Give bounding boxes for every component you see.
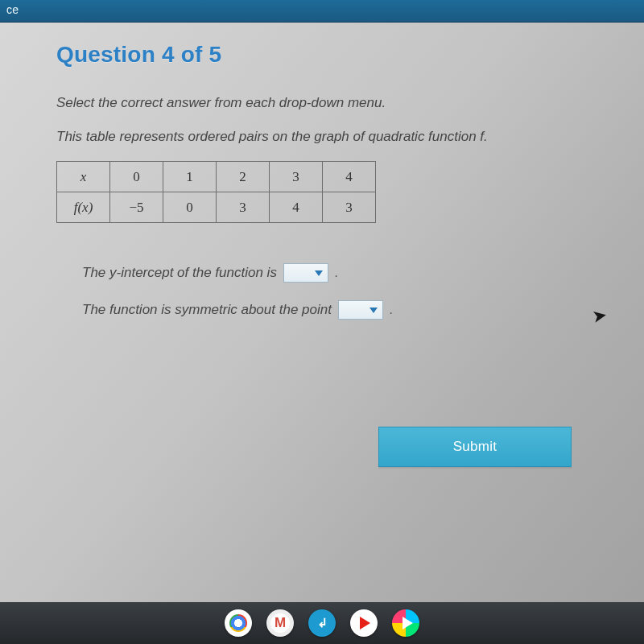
table-cell: 0 bbox=[110, 162, 163, 192]
prompt-text: This table represents ordered pairs on t… bbox=[56, 129, 602, 145]
table-cell: 4 bbox=[323, 162, 376, 192]
table-cell: 3 bbox=[323, 192, 376, 223]
row-label-fx: f(x) bbox=[57, 192, 110, 223]
table-cell: −5 bbox=[110, 192, 163, 223]
answer-area: The y-intercept of the function is . The… bbox=[56, 263, 602, 320]
answer-row-2: The function is symmetric about the poin… bbox=[82, 300, 602, 320]
question-page: Question 4 of 5 Select the correct answe… bbox=[0, 23, 644, 320]
title-fragment: ce bbox=[6, 3, 19, 16]
period: . bbox=[390, 302, 394, 318]
row-label-x: x bbox=[57, 162, 110, 192]
instruction-text: Select the correct answer from each drop… bbox=[56, 95, 602, 111]
answer-row-1: The y-intercept of the function is . bbox=[82, 263, 602, 283]
answer-text-1: The y-intercept of the function is bbox=[82, 265, 277, 281]
youtube-icon[interactable] bbox=[350, 609, 378, 637]
table-row: x 0 1 2 3 4 bbox=[57, 162, 376, 192]
chevron-down-icon bbox=[315, 270, 323, 276]
table-row: f(x) −5 0 3 4 3 bbox=[57, 192, 376, 223]
gmail-icon[interactable] bbox=[266, 609, 294, 637]
chrome-icon[interactable] bbox=[225, 609, 252, 637]
table-cell: 2 bbox=[217, 162, 270, 192]
symmetry-point-dropdown[interactable] bbox=[338, 300, 383, 320]
ordered-pairs-table: x 0 1 2 3 4 f(x) −5 0 3 4 3 bbox=[56, 161, 376, 223]
google-docs-icon[interactable] bbox=[308, 609, 336, 637]
y-intercept-dropdown[interactable] bbox=[283, 263, 328, 283]
taskbar bbox=[0, 602, 644, 644]
table-cell: 4 bbox=[270, 192, 323, 223]
period: . bbox=[335, 265, 339, 281]
question-heading: Question 4 of 5 bbox=[56, 42, 602, 68]
table-cell: 3 bbox=[217, 192, 270, 223]
google-play-icon[interactable] bbox=[392, 609, 419, 637]
submit-button[interactable]: Submit bbox=[378, 427, 572, 467]
table-cell: 1 bbox=[163, 162, 217, 192]
table-cell: 3 bbox=[270, 162, 323, 192]
chevron-down-icon bbox=[369, 308, 378, 313]
window-titlebar: ce bbox=[0, 0, 644, 23]
table-cell: 0 bbox=[163, 192, 217, 223]
answer-text-2: The function is symmetric about the poin… bbox=[82, 302, 332, 318]
